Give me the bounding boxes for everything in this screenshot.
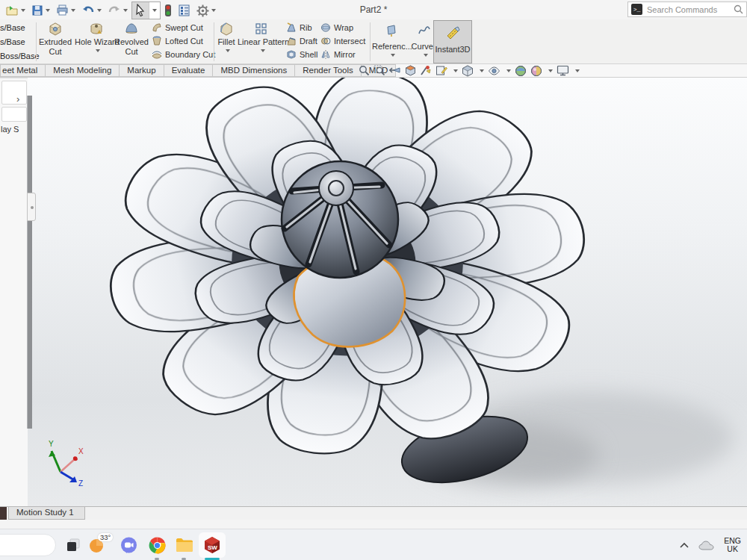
hole-wizard-caret[interactable]: [96, 49, 100, 52]
boundary-cut-button[interactable]: Boundary Cut: [152, 48, 215, 61]
tab-mesh-modeling[interactable]: Mesh Modeling: [46, 64, 120, 77]
tab-render-tools[interactable]: Render Tools: [295, 64, 362, 77]
shell-icon: [286, 49, 297, 60]
hide-show-items-icon: [515, 65, 527, 77]
zoom-to-fit-icon: [359, 65, 370, 76]
feature-manager-tab-box[interactable]: [1, 107, 27, 122]
motion-study-tab[interactable]: Motion Study 1: [8, 507, 85, 520]
feature-manager-top-box[interactable]: [1, 81, 27, 105]
annotation-views-button[interactable]: [420, 65, 432, 76]
curves-caret[interactable]: [424, 54, 428, 57]
display-state-truncated-label: lay S: [1, 125, 19, 134]
sketch-display-caret[interactable]: [453, 69, 458, 72]
mirror-icon: [320, 49, 331, 60]
lofted-cut-button[interactable]: Lofted Cut: [152, 34, 215, 48]
view-orientation-cube-icon: [462, 65, 474, 77]
triad-y-label: Y: [49, 440, 54, 448]
hide-show-items-button[interactable]: [515, 65, 527, 77]
fillet-icon: [220, 22, 233, 36]
reference-geometry-button[interactable]: Referenc...: [372, 21, 411, 63]
video-chat-icon: [120, 536, 138, 555]
display-style-caret[interactable]: [506, 69, 511, 72]
task-view-button[interactable]: [63, 535, 84, 556]
section-view-icon: [405, 65, 416, 76]
section-view-button[interactable]: [405, 65, 416, 76]
graphics-viewport[interactable]: Y X Z: [0, 78, 747, 506]
fillet-caret[interactable]: [226, 49, 230, 52]
search-icon: [734, 4, 743, 14]
model-tab-edge[interactable]: [0, 507, 7, 520]
expand-panel-chevron[interactable]: ›: [16, 93, 19, 105]
command-manager-ribbon: s/Base s/Base Boss/Base Extruded Cut Hol…: [0, 19, 747, 64]
intersect-button[interactable]: Intersect: [320, 34, 365, 48]
display-style-button[interactable]: [488, 66, 500, 76]
linear-pattern-caret[interactable]: [261, 49, 265, 52]
motion-study-bar: Motion Study 1: [0, 506, 747, 520]
draft-button[interactable]: Draft: [286, 34, 317, 48]
wrap-stack-group: Wrap Intersect Mirror: [320, 21, 365, 61]
file-explorer-button[interactable]: [174, 535, 195, 556]
tab-mbd-dimensions[interactable]: MBD Dimensions: [213, 64, 295, 77]
annotation-views-icon: [420, 65, 432, 76]
chat-button[interactable]: [118, 535, 139, 556]
linear-pattern-icon: [255, 22, 268, 36]
chrome-icon: [148, 536, 167, 555]
previous-view-button[interactable]: [389, 66, 401, 76]
edit-appearance-caret[interactable]: [548, 69, 553, 72]
ribbon-separator: [370, 22, 371, 61]
windows-taskbar: 33° SW: [0, 529, 747, 560]
rib-icon: [286, 22, 297, 33]
view-orientation-caret[interactable]: [480, 69, 484, 72]
lofted-cut-icon: [152, 36, 162, 46]
hole-wizard-icon: [90, 22, 103, 36]
reference-geometry-icon: [385, 24, 398, 37]
view-settings-monitor-icon: [557, 65, 569, 76]
edit-appearance-button[interactable]: [530, 65, 542, 77]
panel-splitter[interactable]: [27, 96, 32, 429]
solidworks-taskbar-button[interactable]: SW: [202, 535, 223, 556]
sketch-display-button[interactable]: [436, 65, 447, 76]
truncated-boss-base-labels[interactable]: s/Base s/Base Boss/Base: [0, 21, 40, 63]
extruded-cut-icon: [49, 22, 62, 36]
center-dome[interactable]: [282, 161, 398, 278]
solidworks-letters: SW: [208, 544, 217, 551]
tab-markup[interactable]: Markup: [120, 64, 164, 77]
orientation-triad: Y X Z: [41, 439, 86, 488]
extruded-cut-button[interactable]: Extruded Cut: [37, 21, 73, 63]
search-commands-box[interactable]: >_ Search Commands: [627, 1, 747, 17]
draft-icon: [286, 36, 297, 46]
reference-caret[interactable]: [391, 54, 395, 57]
hole-wizard-button[interactable]: Hole Wizard: [75, 21, 118, 63]
zoom-to-area-button[interactable]: [374, 65, 385, 76]
language-indicator[interactable]: ENG UK: [724, 537, 741, 553]
show-hidden-icons-chevron[interactable]: [679, 541, 689, 549]
shell-button[interactable]: Shell: [286, 48, 317, 61]
ribbon-separator: [214, 22, 214, 61]
solidworks-window: Part2 * >_ Search Commands s/Base s/Base…: [0, 0, 747, 560]
view-orientation-button[interactable]: [462, 65, 474, 77]
folder-icon: [175, 536, 194, 554]
instant3d-button[interactable]: Instant3D: [433, 20, 472, 63]
revolved-cut-button[interactable]: Revolved Cut: [114, 21, 149, 63]
panel-collapse-handle[interactable]: [27, 193, 36, 221]
wrap-button[interactable]: Wrap: [320, 21, 365, 34]
taskbar-search-pill[interactable]: [0, 534, 56, 556]
view-settings-caret[interactable]: [575, 69, 580, 72]
zoom-to-fit-button[interactable]: [359, 65, 370, 76]
chrome-button[interactable]: [146, 535, 167, 556]
fillet-button[interactable]: Fillet: [215, 21, 238, 63]
ribbon-separator: [36, 22, 37, 61]
model-canvas[interactable]: [28, 78, 747, 506]
temperature-badge: 33°: [98, 533, 113, 541]
solidworks-icon: SW: [202, 535, 222, 555]
mirror-button[interactable]: Mirror: [320, 48, 365, 61]
tab-sheet-metal[interactable]: eet Metal: [0, 64, 46, 77]
edit-appearance-icon: [530, 65, 542, 77]
tab-evaluate[interactable]: Evaluate: [164, 64, 214, 77]
rib-stack-group: Rib Draft Shell: [286, 21, 317, 61]
rib-button[interactable]: Rib: [286, 21, 317, 34]
view-settings-button[interactable]: [557, 65, 569, 76]
onedrive-cloud-icon[interactable]: [698, 540, 715, 551]
swept-cut-button[interactable]: Swept Cut: [152, 21, 215, 34]
linear-pattern-button[interactable]: Linear Pattern: [238, 21, 285, 63]
